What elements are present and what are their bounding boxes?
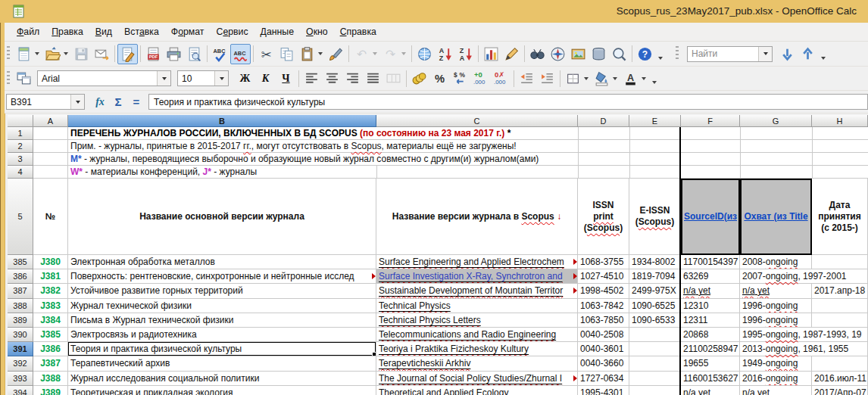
cell-A394[interactable]: J389 [33,386,68,395]
cell-H388[interactable] [812,299,868,313]
cell-E393[interactable] [629,372,681,386]
cell-B388[interactable]: Журнал технической физики [68,299,376,313]
italic-button[interactable]: К [255,68,276,89]
font-size-dropdown[interactable] [214,71,228,86]
cell-A389[interactable]: J384 [33,313,68,328]
styles-button[interactable] [14,68,34,89]
cell-G385[interactable]: 2008-ongoing [740,255,812,269]
font-color-button[interactable]: A [620,68,641,89]
find-up-button[interactable] [798,44,818,64]
title-bar[interactable]: Scopus_rus_23May2017_pub.xlsx - OpenOffi… [0,0,868,23]
toolbar-grip[interactable] [7,71,10,86]
cell-H394[interactable]: 2017/Апр-07 [812,386,868,395]
cell-F386[interactable]: 63269 [681,269,740,284]
cell-A385[interactable]: J380 [33,255,68,269]
cell-F385[interactable]: 11700154397 [681,255,740,269]
standard-format-button[interactable]: $% [450,68,470,89]
cell-D5[interactable]: ISSN print (Scopus) [578,179,629,255]
row-header-386[interactable]: 386 [8,269,33,284]
open-button[interactable] [42,44,63,64]
row-header-391[interactable]: 391 [8,342,33,356]
row-header-1[interactable]: 1 [8,127,33,140]
cell-D388[interactable]: 1063-7842 [578,299,629,313]
cell-D390[interactable]: 0040-2508 [578,328,629,342]
menu-item-view[interactable]: Вид [89,23,118,42]
sum-icon[interactable]: Σ [109,94,127,110]
cell-B3[interactable]: М* - журналы, переводящиеся выборочно и … [68,153,868,166]
cell-H393[interactable]: 2016.июл-11 [812,372,868,386]
cell-A392[interactable]: J387 [33,356,68,371]
menu-item-tools[interactable]: Сервис [210,23,254,42]
name-box[interactable]: B391 [6,94,85,110]
row-header-394[interactable]: 394 [8,386,33,395]
bold-button[interactable]: Ж [235,68,255,89]
row-header-393[interactable]: 393 [8,372,33,386]
column-header-H[interactable]: H [812,115,868,127]
column-header-D[interactable]: D [578,115,629,127]
cell-H387[interactable]: 2017.апр-18 [812,284,868,298]
save-button[interactable] [71,44,92,64]
cell-D387[interactable]: 1998-4502 [578,284,629,298]
find-down-button[interactable] [777,44,798,64]
sort-ascending-button[interactable]: AZ [435,44,455,64]
cell-B2[interactable]: Прим. - журналы, принятые в 2015-2017 гг… [68,140,868,153]
font-name-combo[interactable]: Arial [37,70,171,86]
undo-button[interactable]: ↶ [351,44,372,64]
find-input-dropdown[interactable] [758,47,772,61]
cell-A391[interactable]: J386 [33,342,68,356]
decrease-indent-button[interactable] [517,68,537,89]
toolbar-options-button[interactable] [657,45,666,64]
cell-C393[interactable]: The Journal of Social Policy Studies/Zhu… [376,372,578,386]
cell-B4[interactable]: W* - материалы конференций, J* - журналы [68,166,868,179]
cell-F390[interactable]: 20868 [681,328,740,342]
row-header-388[interactable]: 388 [8,299,33,313]
cell-E5[interactable]: E-ISSN (Scopus) [629,179,681,255]
drawing-button[interactable] [501,44,522,64]
underline-button[interactable]: Ч [276,68,296,89]
zoom-button[interactable] [609,44,629,64]
cell-A1[interactable] [33,127,68,140]
spellcheck-button[interactable]: ABC [210,44,230,64]
row-header-385[interactable]: 385 [8,255,33,269]
cell-D389[interactable]: 1063-7850 [578,313,629,328]
export-pdf-button[interactable]: PDF [143,44,164,64]
cell-B392[interactable]: Терапевтический архив [68,356,376,371]
open-dropdown-arrow[interactable] [64,52,68,55]
cell-G387[interactable]: n/a yet [740,284,812,298]
cell-C5[interactable]: Название версии журнала в Scopus ↓ [376,179,578,255]
toolbar-grip[interactable] [7,46,10,61]
cell-F388[interactable]: 12310 [681,299,740,313]
cell-G389[interactable]: 1996-ongoing [740,313,812,328]
cell-E389[interactable]: 1090-6533 [629,313,681,328]
cell-E392[interactable] [629,356,681,371]
cell-A4[interactable] [33,166,68,179]
menu-item-file[interactable]: Файл [11,23,45,42]
select-all-corner[interactable] [8,115,33,127]
function-wizard-icon[interactable]: fx [91,94,109,110]
row-header-389[interactable]: 389 [8,313,33,328]
cell-C386[interactable]: Surface Investigation X-Ray, Synchrotron… [376,269,578,284]
cell-C388[interactable]: Technical Physics [376,299,578,313]
cell-H389[interactable] [812,313,868,328]
sort-descending-button[interactable]: ZA [455,44,476,64]
cell-H391[interactable] [812,342,868,356]
row-header-4[interactable]: 4 [8,166,33,179]
cell-B5[interactable]: Название основной версии журнала [68,179,376,255]
align-left-button[interactable] [301,68,322,89]
formula-equals-icon[interactable]: = [127,94,145,110]
delete-decimal-button[interactable]: 0✗.000 [491,68,511,89]
new-document-dropdown-arrow[interactable] [35,52,39,55]
cell-H385[interactable] [812,255,868,269]
cell-B390[interactable]: Электросвязь и радиотехника [68,328,376,342]
cell-G388[interactable]: 1996-ongoing [740,299,812,313]
calc-app-icon[interactable] [12,5,26,18]
cell-D391[interactable]: 0040-3601 [578,342,629,356]
undo-dropdown-arrow[interactable] [373,52,377,55]
redo-button[interactable]: ↷ [380,44,401,64]
auto-spellcheck-button[interactable]: ABC [230,44,251,64]
cell-B386[interactable]: Поверхность: рентгеновские, синхротронны… [68,269,376,284]
borders-dropdown-arrow[interactable] [584,77,589,80]
formula-input-line[interactable]: Теория и практика физической культуры [148,94,868,110]
chart-button[interactable] [481,44,501,64]
background-color-dropdown-arrow[interactable] [613,77,617,80]
